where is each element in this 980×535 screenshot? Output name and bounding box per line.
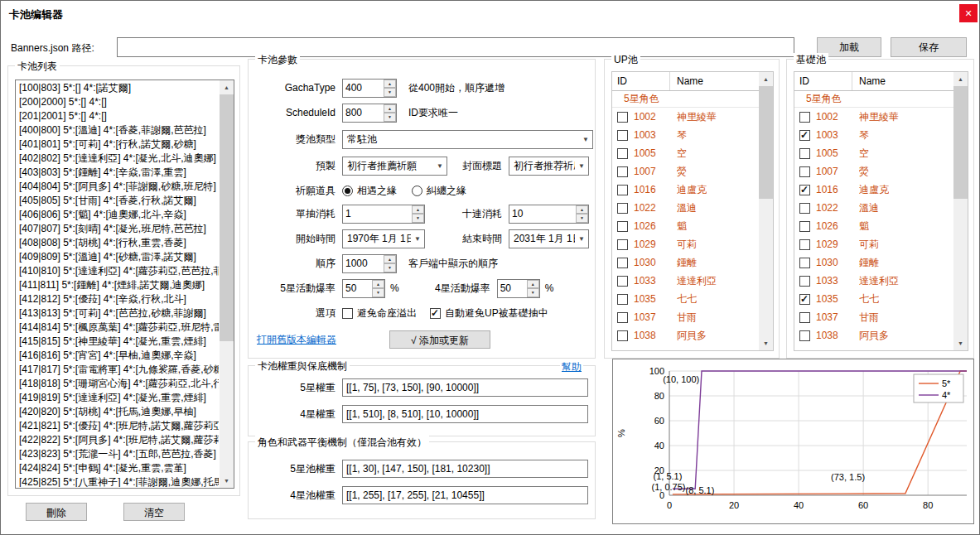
row-checkbox[interactable] [617, 130, 628, 141]
row-checkbox[interactable] [799, 112, 810, 123]
rate5-input[interactable] [343, 280, 372, 297]
pool-list-item[interactable]: [201|2001] 5*:[] 4*:[] [17, 109, 219, 123]
spin-down-icon[interactable]: ▼ [372, 288, 384, 297]
pool-list-item[interactable]: [403|803] 5*:[鍾離] 4*:[辛焱,雷澤,重雲] [17, 166, 219, 180]
row-checkbox[interactable] [799, 294, 810, 305]
character-row[interactable]: 1022 溫迪 [612, 199, 759, 217]
order-spinner[interactable]: ▲▼ [342, 254, 397, 273]
pool-list-item[interactable]: [417|817] 5*:[雷電將軍] 4*:[九條裟羅,香菱,砂糖] [17, 363, 219, 377]
scroll-thumb[interactable] [953, 86, 968, 199]
pool-list-item[interactable]: [420|820] 5*:[胡桃] 4*:[托馬,迪奧娜,早柚] [17, 405, 219, 419]
character-row[interactable]: 1035 七七 [612, 290, 759, 308]
pool-list-item[interactable]: [413|813] 5*:[可莉] 4*:[芭芭拉,砂糖,菲謝爾] [17, 306, 219, 321]
row-checkbox[interactable] [799, 258, 810, 268]
spin-down-icon[interactable]: ▼ [527, 288, 539, 297]
pool-list-item[interactable]: [422|822] 5*:[阿貝多] 4*:[班尼特,諾艾爾,蘿莎莉亞] [17, 433, 219, 447]
character-row[interactable]: 1007 熒 [612, 162, 759, 181]
pool-list-item[interactable]: [415|815] 5*:[神里綾華] 4*:[凝光,重雲,煙緋] [17, 335, 219, 349]
row-checkbox[interactable] [799, 221, 810, 232]
character-row[interactable]: 1030 鍾離 [794, 253, 953, 272]
pool-list-item[interactable]: [414|814] 5*:[楓原萬葉] 4*:[蘿莎莉亞,班尼特,雷澤] [17, 321, 219, 335]
p4-input[interactable] [342, 486, 588, 504]
scroll-up-icon[interactable]: ▲ [759, 72, 773, 86]
pool-list-item[interactable]: [407|807] 5*:[刻晴] 4*:[凝光,班尼特,芭芭拉] [17, 222, 219, 236]
spin-up-icon[interactable]: ▲ [384, 80, 396, 89]
radio-intertwined-fate[interactable] [412, 186, 422, 196]
scheduleid-input[interactable] [343, 104, 384, 122]
scheduleid-spinner[interactable]: ▲▼ [342, 104, 397, 123]
gachatype-input[interactable] [343, 80, 384, 97]
character-row[interactable]: 1002 神里綾華 [612, 108, 759, 126]
avoid-up-in-base-checkbox[interactable] [430, 308, 441, 319]
up-pool-scrollbar[interactable]: ▲ ▼ [759, 72, 773, 350]
pool-list-item[interactable]: [412|812] 5*:[優菈] 4*:[辛焱,行秋,北斗] [17, 292, 219, 306]
spin-up-icon[interactable]: ▲ [384, 104, 396, 113]
character-row[interactable]: 1037 甘雨 [794, 308, 953, 326]
pool-list-item[interactable]: [402|802] 5*:[達達利亞] 4*:[凝光,北斗,迪奧娜] [17, 152, 219, 166]
character-row[interactable]: 1037 甘雨 [612, 308, 759, 326]
character-row[interactable]: 1033 達達利亞 [794, 272, 953, 290]
character-row[interactable]: 1005 空 [794, 144, 953, 162]
save-button[interactable]: 保存 [891, 37, 967, 57]
character-row[interactable]: 1016 迪盧克 [612, 181, 759, 199]
row-checkbox[interactable] [617, 330, 628, 341]
pool-list-item[interactable]: [418|818] 5*:[珊瑚宮心海] 4*:[蘿莎莉亞,北斗,行秋] [17, 377, 219, 391]
close-button[interactable]: ✕ [959, 4, 978, 22]
character-row[interactable]: 1030 鍾離 [612, 253, 759, 272]
row-checkbox[interactable] [617, 276, 628, 287]
pool-list-item[interactable]: [406|806] 5*:[魈] 4*:[迪奧娜,北斗,辛焱] [17, 208, 219, 222]
pool-list-item[interactable]: [424|824] 5*:[申鶴] 4*:[凝光,重雲,雲堇] [17, 461, 219, 475]
pool-list-item[interactable]: [423|823] 5*:[荒瀧一斗] 4*:[五郎,芭芭拉,香菱] [17, 447, 219, 461]
scroll-down-icon[interactable]: ▼ [220, 474, 234, 488]
p5-input[interactable] [342, 460, 588, 478]
order-input[interactable] [343, 255, 384, 272]
row-checkbox[interactable] [799, 185, 810, 195]
character-row[interactable]: 1022 溫迪 [794, 199, 953, 217]
single-cost-input[interactable] [343, 205, 412, 223]
end-time-picker[interactable]: 2031年 1月 1日 ▼ [509, 229, 589, 248]
radio-acquaint-fate[interactable] [342, 186, 353, 196]
preset-dropdown[interactable]: 初行者推薦祈願 ▼ [342, 157, 447, 176]
rate4-input[interactable] [498, 280, 527, 297]
character-row[interactable]: 1033 達達利亞 [612, 272, 759, 290]
pool-list-item[interactable]: [416|816] 5*:[宵宮] 4*:[早柚,迪奧娜,辛焱] [17, 349, 219, 363]
row-checkbox[interactable] [799, 330, 810, 341]
spin-up-icon[interactable]: ▲ [384, 255, 396, 264]
pool-listbox[interactable]: [100|803] 5*:[] 4*:[諾艾爾] [200|2000] 5*:[… [15, 80, 234, 489]
character-row[interactable]: 1007 熒 [794, 162, 953, 181]
spin-down-icon[interactable]: ▼ [384, 113, 396, 122]
character-row[interactable]: 1026 魈 [612, 217, 759, 235]
base-pool-scrollbar[interactable]: ▲ ▼ [953, 72, 968, 350]
character-row[interactable]: 1016 迪盧克 [794, 181, 953, 199]
pool-list-item[interactable]: [100|803] 5*:[] 4*:[諾艾爾] [17, 81, 219, 95]
pool-list-item[interactable]: [400|800] 5*:[溫迪] 4*:[香菱,菲謝爾,芭芭拉] [17, 123, 219, 137]
avoid-constellation-checkbox[interactable] [342, 308, 353, 319]
spin-up-icon[interactable]: ▲ [372, 280, 384, 289]
help-link[interactable]: 幫助 [560, 360, 583, 374]
row-checkbox[interactable] [799, 130, 810, 141]
rate4-spinner[interactable]: ▲▼ [497, 279, 540, 298]
ten-cost-spinner[interactable]: ▲▼ [509, 205, 589, 224]
add-update-button[interactable]: √ 添加或更新 [389, 330, 490, 349]
row-checkbox[interactable] [617, 239, 628, 250]
row-checkbox[interactable] [617, 112, 628, 123]
spin-down-icon[interactable]: ▼ [412, 214, 424, 223]
gachatype-spinner[interactable]: ▲▼ [342, 79, 397, 98]
clear-button[interactable]: 清空 [123, 503, 185, 521]
old-editor-link[interactable]: 打開舊版本編輯器 [257, 333, 336, 347]
row-checkbox[interactable] [799, 312, 810, 323]
character-row[interactable]: 1002 神里綾華 [794, 108, 953, 126]
character-row[interactable]: 1035 七七 [794, 290, 953, 308]
pool-list-scrollbar[interactable]: ▲ ▼ [220, 80, 234, 488]
pool-type-dropdown[interactable]: 常駐池 ▼ [342, 130, 593, 149]
pool-list-item[interactable]: [401|801] 5*:[可莉] 4*:[行秋,諾艾爾,砂糖] [17, 137, 219, 152]
pool-list-item[interactable]: [425|825] 5*:[八重神子] 4*:[菲謝爾,迪奧娜,托馬] [17, 475, 219, 487]
pool-list-item[interactable]: [405|805] 5*:[甘雨] 4*:[香菱,行秋,諾艾爾] [17, 194, 219, 208]
scroll-down-icon[interactable]: ▼ [953, 336, 968, 350]
character-row[interactable]: 1003 琴 [794, 126, 953, 144]
row-checkbox[interactable] [799, 148, 810, 159]
spin-up-icon[interactable]: ▲ [576, 205, 588, 214]
row-checkbox[interactable] [617, 185, 628, 195]
scroll-up-icon[interactable]: ▲ [220, 80, 234, 94]
character-row[interactable]: 1029 可莉 [794, 235, 953, 253]
